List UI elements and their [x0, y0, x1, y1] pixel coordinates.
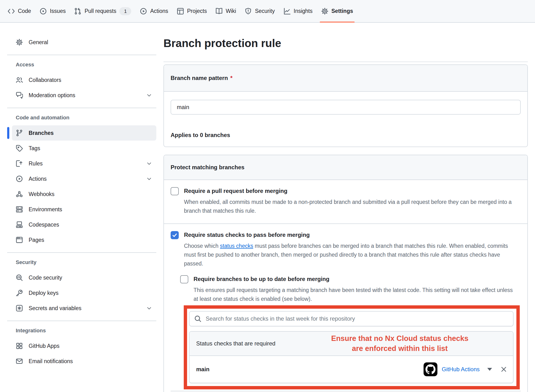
branch-name-pattern-body: Applies to 0 branches	[164, 92, 527, 147]
sidebar-item-label: General	[29, 39, 48, 46]
tab-label: Wiki	[226, 8, 236, 14]
required-status-checks-list: Status checks that are required Ensure t…	[189, 331, 514, 383]
tab-settings[interactable]: Settings	[317, 0, 357, 22]
status-checks-link[interactable]: status checks	[220, 243, 253, 249]
sidebar-item-codespaces[interactable]: Codespaces	[12, 217, 156, 232]
sidebar-item-webhooks[interactable]: Webhooks	[12, 186, 156, 202]
require-up-to-date-checkbox[interactable]	[180, 275, 188, 283]
play-icon	[140, 8, 147, 15]
apps-icon	[16, 342, 23, 350]
sidebar-section-security: Security	[16, 255, 156, 270]
required-status-checks-label: Status checks that are required	[196, 340, 275, 347]
sidebar-item-code-security[interactable]: Code security	[12, 270, 156, 285]
asterisk-box-icon	[16, 305, 23, 312]
chevron-down-icon	[146, 305, 152, 311]
next-section-divider	[171, 391, 521, 392]
sidebar-item-label: Rules	[29, 160, 43, 167]
sidebar-item-deploy-keys[interactable]: Deploy keys	[12, 285, 156, 301]
webhook-icon	[16, 191, 23, 198]
sidebar-item-rules[interactable]: Rules	[12, 156, 156, 171]
gear-icon	[16, 39, 23, 46]
rules-icon	[16, 160, 23, 167]
branch-name-pattern-label: Branch name pattern	[171, 75, 228, 81]
sidebar-divider	[7, 321, 156, 321]
issue-opened-icon	[40, 8, 47, 15]
sidebar-item-collaborators[interactable]: Collaborators	[12, 72, 156, 88]
status-check-row: main GitHub Actions	[189, 356, 513, 383]
required-status-checks-header: Status checks that are required Ensure t…	[189, 332, 513, 356]
play-icon	[16, 175, 23, 182]
tab-label: Issues	[50, 8, 66, 14]
title-divider	[163, 62, 528, 62]
sidebar-item-tags[interactable]: Tags	[12, 141, 156, 156]
status-check-search-input[interactable]	[205, 315, 508, 322]
tab-pull-requests[interactable]: Pull requests 1	[70, 0, 136, 22]
tab-actions[interactable]: Actions	[136, 0, 172, 22]
sidebar-divider	[7, 55, 156, 55]
annotation-highlight-box: Status checks that are required Ensure t…	[184, 305, 520, 389]
sidebar-item-actions[interactable]: Actions	[12, 171, 156, 186]
graph-icon	[283, 8, 291, 15]
table-icon	[177, 8, 184, 15]
github-mark-icon	[425, 364, 435, 374]
sidebar-item-email-notifications[interactable]: Email notifications	[12, 354, 156, 369]
tab-projects[interactable]: Projects	[173, 0, 211, 22]
require-up-to-date-row: Require branches to be up to date before…	[180, 275, 521, 303]
page-title: Branch protection rule	[163, 37, 528, 50]
tab-label: Projects	[187, 8, 207, 14]
option-title: Require a pull request before merging	[184, 187, 521, 195]
tab-insights[interactable]: Insights	[279, 0, 317, 22]
sidebar-item-general[interactable]: General	[12, 35, 156, 50]
sidebar-item-pages[interactable]: Pages	[12, 232, 156, 248]
sidebar-section-access: Access	[16, 57, 156, 72]
sidebar-item-label: Code security	[29, 275, 62, 281]
codescan-icon	[16, 274, 23, 281]
annotation-line-1: Ensure that no Nx Cloud status checks	[331, 334, 468, 344]
sidebar-item-label: Secrets and variables	[29, 305, 81, 312]
sidebar-item-branches[interactable]: Branches	[12, 125, 156, 141]
option-description: This ensures pull requests targeting a m…	[194, 286, 513, 303]
option-description: When enabled, all commits must be made t…	[184, 198, 513, 215]
tab-label: Insights	[294, 8, 313, 14]
tab-wiki[interactable]: Wiki	[211, 0, 240, 22]
shield-icon	[245, 8, 252, 15]
tab-label: Settings	[331, 8, 353, 14]
codespaces-icon	[16, 221, 23, 228]
people-icon	[16, 76, 23, 84]
sidebar-item-environments[interactable]: Environments	[12, 202, 156, 217]
source-dropdown-caret[interactable]	[487, 368, 492, 371]
protect-matching-branches-card: Protect matching branches Require a pull…	[163, 155, 528, 392]
require-status-checks-checkbox[interactable]	[171, 231, 179, 239]
github-settings-page: Code Issues Pull requests 1 Actions Proj…	[0, 0, 535, 392]
status-check-name: main	[196, 366, 210, 373]
git-pull-request-icon	[74, 8, 81, 15]
option-title: Require branches to be up to date before…	[194, 275, 521, 283]
browser-icon	[16, 236, 23, 244]
annotation-note: Ensure that no Nx Cloud status checks ar…	[331, 334, 468, 354]
mail-icon	[16, 358, 23, 365]
sidebar-item-label: Branches	[29, 130, 54, 136]
tab-label: Security	[255, 8, 275, 14]
branch-name-pattern-input[interactable]	[171, 100, 521, 115]
sidebar-item-label: Deploy keys	[29, 290, 58, 296]
chevron-down-icon	[146, 176, 152, 182]
tab-code[interactable]: Code	[3, 0, 35, 22]
require-pull-request-checkbox[interactable]	[171, 187, 179, 195]
repo-tab-bar: Code Issues Pull requests 1 Actions Proj…	[0, 0, 535, 23]
sidebar-item-github-apps[interactable]: GitHub Apps	[12, 338, 156, 354]
key-icon	[16, 289, 23, 297]
tab-label: Code	[18, 8, 31, 14]
remove-status-check-icon[interactable]	[500, 366, 507, 373]
git-branch-icon	[16, 129, 23, 137]
sidebar-item-secrets-variables[interactable]: Secrets and variables	[12, 301, 156, 316]
tag-icon	[16, 145, 23, 152]
tab-security[interactable]: Security	[240, 0, 279, 22]
tab-issues[interactable]: Issues	[35, 0, 70, 22]
github-actions-link[interactable]: GitHub Actions	[442, 366, 480, 373]
sidebar-item-moderation-options[interactable]: Moderation options	[12, 88, 156, 103]
branch-name-pattern-card: Branch name pattern* Applies to 0 branch…	[163, 64, 528, 147]
sidebar-item-label: Actions	[29, 176, 47, 182]
chevron-down-icon	[146, 161, 152, 166]
status-check-search-box[interactable]	[189, 311, 514, 326]
server-icon	[16, 206, 23, 213]
